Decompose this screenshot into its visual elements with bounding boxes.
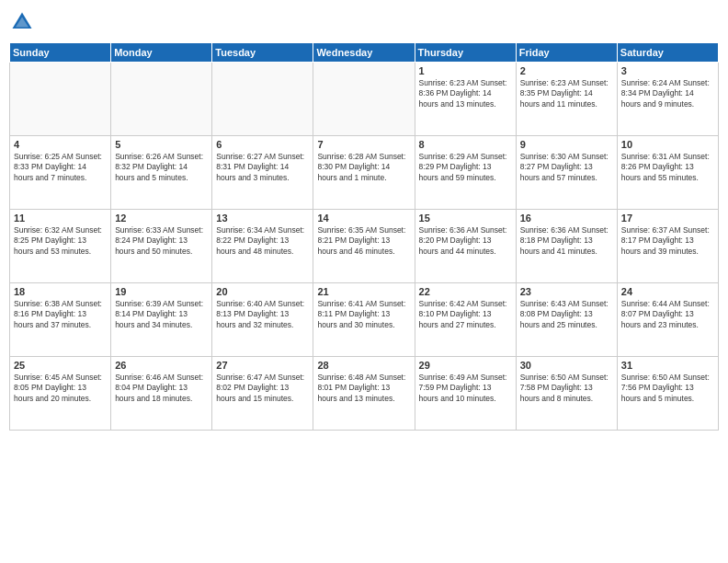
day-number: 13 <box>216 213 309 224</box>
day-info: Sunrise: 6:30 AM Sunset: 8:27 PM Dayligh… <box>520 152 613 183</box>
day-number: 5 <box>115 139 208 150</box>
day-cell: 20Sunrise: 6:40 AM Sunset: 8:13 PM Dayli… <box>212 283 313 357</box>
day-cell: 12Sunrise: 6:33 AM Sunset: 8:24 PM Dayli… <box>111 210 212 283</box>
day-number: 10 <box>621 139 714 150</box>
day-info: Sunrise: 6:34 AM Sunset: 8:22 PM Dayligh… <box>216 225 309 257</box>
day-number: 4 <box>14 139 107 150</box>
page: SundayMondayTuesdayWednesdayThursdayFrid… <box>0 0 728 563</box>
day-cell: 16Sunrise: 6:36 AM Sunset: 8:18 PM Dayli… <box>516 210 617 283</box>
day-number: 15 <box>419 213 512 224</box>
day-number: 26 <box>115 360 208 371</box>
day-cell: 9Sunrise: 6:30 AM Sunset: 8:27 PM Daylig… <box>516 136 617 210</box>
day-cell: 23Sunrise: 6:43 AM Sunset: 8:08 PM Dayli… <box>516 283 617 357</box>
day-info: Sunrise: 6:47 AM Sunset: 8:02 PM Dayligh… <box>216 373 309 404</box>
day-cell: 10Sunrise: 6:31 AM Sunset: 8:26 PM Dayli… <box>617 136 718 210</box>
day-cell: 11Sunrise: 6:32 AM Sunset: 8:25 PM Dayli… <box>10 210 111 283</box>
weekday-header-saturday: Saturday <box>617 43 718 63</box>
day-number: 16 <box>520 213 613 224</box>
day-cell: 31Sunrise: 6:50 AM Sunset: 7:56 PM Dayli… <box>617 357 718 431</box>
day-info: Sunrise: 6:23 AM Sunset: 8:36 PM Dayligh… <box>419 78 512 109</box>
day-cell <box>10 63 111 136</box>
day-info: Sunrise: 6:46 AM Sunset: 8:04 PM Dayligh… <box>115 373 208 404</box>
day-cell: 15Sunrise: 6:36 AM Sunset: 8:20 PM Dayli… <box>415 210 516 283</box>
day-number: 6 <box>216 139 309 150</box>
day-cell: 13Sunrise: 6:34 AM Sunset: 8:22 PM Dayli… <box>212 210 313 283</box>
header <box>9 9 719 35</box>
day-info: Sunrise: 6:36 AM Sunset: 8:20 PM Dayligh… <box>419 225 512 257</box>
day-number: 30 <box>520 360 613 371</box>
day-info: Sunrise: 6:31 AM Sunset: 8:26 PM Dayligh… <box>621 152 714 183</box>
day-cell: 22Sunrise: 6:42 AM Sunset: 8:10 PM Dayli… <box>415 283 516 357</box>
day-info: Sunrise: 6:41 AM Sunset: 8:11 PM Dayligh… <box>317 299 410 330</box>
day-cell: 27Sunrise: 6:47 AM Sunset: 8:02 PM Dayli… <box>212 357 313 431</box>
day-number: 24 <box>621 286 714 297</box>
day-info: Sunrise: 6:39 AM Sunset: 8:14 PM Dayligh… <box>115 299 208 330</box>
day-info: Sunrise: 6:44 AM Sunset: 8:07 PM Dayligh… <box>621 299 714 330</box>
day-info: Sunrise: 6:35 AM Sunset: 8:21 PM Dayligh… <box>317 225 410 257</box>
day-cell: 24Sunrise: 6:44 AM Sunset: 8:07 PM Dayli… <box>617 283 718 357</box>
logo-icon <box>9 9 35 35</box>
weekday-header-thursday: Thursday <box>415 43 516 63</box>
day-cell: 26Sunrise: 6:46 AM Sunset: 8:04 PM Dayli… <box>111 357 212 431</box>
day-info: Sunrise: 6:40 AM Sunset: 8:13 PM Dayligh… <box>216 299 309 330</box>
day-info: Sunrise: 6:50 AM Sunset: 7:56 PM Dayligh… <box>621 373 714 404</box>
day-number: 2 <box>520 65 613 76</box>
day-cell: 25Sunrise: 6:45 AM Sunset: 8:05 PM Dayli… <box>10 357 111 431</box>
day-cell: 2Sunrise: 6:23 AM Sunset: 8:35 PM Daylig… <box>516 63 617 136</box>
day-info: Sunrise: 6:48 AM Sunset: 8:01 PM Dayligh… <box>317 373 410 404</box>
day-number: 23 <box>520 286 613 297</box>
day-number: 9 <box>520 139 613 150</box>
day-info: Sunrise: 6:28 AM Sunset: 8:30 PM Dayligh… <box>317 152 410 183</box>
day-number: 25 <box>14 360 107 371</box>
week-row-4: 18Sunrise: 6:38 AM Sunset: 8:16 PM Dayli… <box>10 283 719 357</box>
day-cell <box>313 63 415 136</box>
day-number: 17 <box>621 213 714 224</box>
day-info: Sunrise: 6:49 AM Sunset: 7:59 PM Dayligh… <box>419 373 512 404</box>
day-cell: 18Sunrise: 6:38 AM Sunset: 8:16 PM Dayli… <box>10 283 111 357</box>
day-number: 11 <box>14 213 107 224</box>
week-row-1: 1Sunrise: 6:23 AM Sunset: 8:36 PM Daylig… <box>10 63 719 136</box>
day-cell: 1Sunrise: 6:23 AM Sunset: 8:36 PM Daylig… <box>415 63 516 136</box>
day-info: Sunrise: 6:38 AM Sunset: 8:16 PM Dayligh… <box>14 299 107 330</box>
day-info: Sunrise: 6:25 AM Sunset: 8:33 PM Dayligh… <box>14 152 107 183</box>
day-cell: 30Sunrise: 6:50 AM Sunset: 7:58 PM Dayli… <box>516 357 617 431</box>
day-cell: 5Sunrise: 6:26 AM Sunset: 8:32 PM Daylig… <box>111 136 212 210</box>
week-row-2: 4Sunrise: 6:25 AM Sunset: 8:33 PM Daylig… <box>10 136 719 210</box>
day-info: Sunrise: 6:45 AM Sunset: 8:05 PM Dayligh… <box>14 373 107 404</box>
day-number: 7 <box>317 139 410 150</box>
day-info: Sunrise: 6:43 AM Sunset: 8:08 PM Dayligh… <box>520 299 613 330</box>
week-row-5: 25Sunrise: 6:45 AM Sunset: 8:05 PM Dayli… <box>10 357 719 431</box>
day-number: 21 <box>317 286 410 297</box>
day-number: 12 <box>115 213 208 224</box>
weekday-header-monday: Monday <box>111 43 212 63</box>
day-cell <box>212 63 313 136</box>
day-number: 3 <box>621 65 714 76</box>
day-number: 20 <box>216 286 309 297</box>
weekday-header-friday: Friday <box>516 43 617 63</box>
day-info: Sunrise: 6:33 AM Sunset: 8:24 PM Dayligh… <box>115 225 208 257</box>
calendar: SundayMondayTuesdayWednesdayThursdayFrid… <box>9 42 719 431</box>
day-number: 8 <box>419 139 512 150</box>
day-cell: 6Sunrise: 6:27 AM Sunset: 8:31 PM Daylig… <box>212 136 313 210</box>
week-row-3: 11Sunrise: 6:32 AM Sunset: 8:25 PM Dayli… <box>10 210 719 283</box>
day-cell: 21Sunrise: 6:41 AM Sunset: 8:11 PM Dayli… <box>313 283 415 357</box>
day-cell <box>111 63 212 136</box>
day-cell: 7Sunrise: 6:28 AM Sunset: 8:30 PM Daylig… <box>313 136 415 210</box>
day-cell: 4Sunrise: 6:25 AM Sunset: 8:33 PM Daylig… <box>10 136 111 210</box>
day-cell: 3Sunrise: 6:24 AM Sunset: 8:34 PM Daylig… <box>617 63 718 136</box>
day-number: 22 <box>419 286 512 297</box>
day-number: 27 <box>216 360 309 371</box>
day-info: Sunrise: 6:32 AM Sunset: 8:25 PM Dayligh… <box>14 225 107 257</box>
day-info: Sunrise: 6:24 AM Sunset: 8:34 PM Dayligh… <box>621 78 714 109</box>
weekday-header-sunday: Sunday <box>10 43 111 63</box>
day-cell: 8Sunrise: 6:29 AM Sunset: 8:29 PM Daylig… <box>415 136 516 210</box>
day-info: Sunrise: 6:26 AM Sunset: 8:32 PM Dayligh… <box>115 152 208 183</box>
weekday-header-wednesday: Wednesday <box>313 43 415 63</box>
day-info: Sunrise: 6:23 AM Sunset: 8:35 PM Dayligh… <box>520 78 613 109</box>
day-number: 1 <box>419 65 512 76</box>
day-number: 19 <box>115 286 208 297</box>
logo <box>9 9 39 35</box>
day-info: Sunrise: 6:29 AM Sunset: 8:29 PM Dayligh… <box>419 152 512 183</box>
day-cell: 29Sunrise: 6:49 AM Sunset: 7:59 PM Dayli… <box>415 357 516 431</box>
day-info: Sunrise: 6:36 AM Sunset: 8:18 PM Dayligh… <box>520 225 613 257</box>
